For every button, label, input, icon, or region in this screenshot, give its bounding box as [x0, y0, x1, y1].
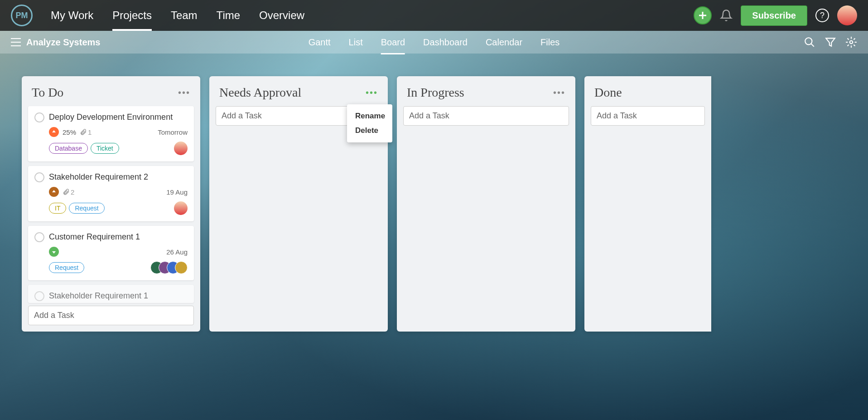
view-tabs: Gantt List Board Dashboard Calendar File…: [309, 32, 560, 53]
filter-icon: [825, 36, 836, 48]
paperclip-icon: [63, 188, 70, 195]
priority-indicator: [49, 127, 59, 137]
main-nav: My Work Projects Team Time Overview: [51, 1, 304, 30]
attachment-count: 2: [63, 188, 74, 196]
add-task-input[interactable]: Add a Task: [403, 106, 569, 126]
help-button[interactable]: ?: [815, 9, 829, 22]
project-subbar: Analyze Systems Gantt List Board Dashboa…: [0, 31, 868, 54]
complete-checkbox[interactable]: [34, 232, 44, 242]
tab-list[interactable]: List: [349, 32, 363, 53]
paperclip-icon: [80, 128, 87, 136]
tab-dashboard[interactable]: Dashboard: [423, 32, 468, 53]
nav-team[interactable]: Team: [171, 1, 198, 30]
nav-time[interactable]: Time: [217, 1, 240, 30]
nav-projects[interactable]: Projects: [112, 1, 152, 30]
task-title: Stakeholder Requirement 1: [49, 291, 148, 301]
complete-checkbox[interactable]: [34, 172, 44, 182]
add-button[interactable]: [694, 6, 712, 24]
tab-files[interactable]: Files: [540, 32, 559, 53]
tab-calendar[interactable]: Calendar: [486, 32, 522, 53]
column-menu-button[interactable]: •••: [178, 88, 190, 98]
tag[interactable]: Ticket: [91, 143, 119, 154]
plus-icon: [698, 11, 707, 20]
tag[interactable]: Request: [49, 262, 84, 273]
svg-point-1: [850, 41, 853, 44]
task-title: Customer Requirement 1: [49, 232, 140, 242]
task-card[interactable]: Customer Requirement 1 26 Aug Request: [28, 226, 194, 280]
nav-overview[interactable]: Overview: [259, 1, 304, 30]
column-menu-button[interactable]: •••: [553, 88, 565, 98]
arrow-down-icon: [51, 249, 57, 254]
menu-delete[interactable]: Delete: [347, 123, 392, 138]
task-card[interactable]: Deploy Development Environment 25% 1 Tom…: [28, 106, 194, 161]
filter-button[interactable]: [825, 36, 836, 48]
complete-checkbox[interactable]: [34, 112, 44, 122]
top-navbar: PM My Work Projects Team Time Overview S…: [0, 0, 868, 31]
column-title: To Do: [32, 85, 63, 100]
due-date: 19 Aug: [166, 188, 188, 196]
logo[interactable]: PM: [11, 5, 33, 26]
task-card[interactable]: Stakeholder Requirement 1: [28, 285, 194, 303]
kanban-board: To Do ••• Deploy Development Environment…: [0, 54, 868, 332]
column-title: Done: [594, 85, 622, 100]
priority-indicator: [49, 187, 59, 197]
tab-gantt[interactable]: Gantt: [309, 32, 331, 53]
column-in-progress: In Progress ••• Add a Task: [397, 76, 575, 332]
subscribe-button[interactable]: Subscribe: [741, 5, 807, 26]
attachment-count: 1: [80, 128, 92, 136]
progress-percent: 25%: [63, 128, 76, 136]
tag[interactable]: Request: [69, 203, 104, 214]
column-title: Needs Approval: [219, 85, 301, 100]
notifications-button[interactable]: [720, 9, 733, 22]
nav-my-work[interactable]: My Work: [51, 1, 93, 30]
search-icon: [804, 36, 815, 48]
assignee-avatar[interactable]: [174, 201, 188, 215]
project-title: Analyze Systems: [26, 37, 100, 48]
svg-point-0: [805, 38, 812, 44]
priority-indicator: [49, 247, 59, 257]
bell-icon: [720, 9, 733, 22]
due-date: Tomorrow: [158, 128, 188, 136]
menu-toggle[interactable]: [11, 38, 21, 46]
tab-board[interactable]: Board: [381, 32, 405, 53]
column-title: In Progress: [407, 85, 464, 100]
menu-rename[interactable]: Rename: [347, 109, 392, 123]
tag[interactable]: IT: [49, 203, 66, 214]
complete-checkbox[interactable]: [34, 291, 44, 301]
due-date: 26 Aug: [166, 248, 188, 256]
arrow-up-icon: [51, 129, 57, 135]
assignee-avatar[interactable]: [174, 142, 188, 155]
arrow-up-icon: [51, 189, 57, 195]
add-task-input[interactable]: Add a Task: [28, 306, 194, 325]
task-card[interactable]: Stakeholder Requirement 2 2 19 Aug IT Re…: [28, 166, 194, 221]
column-menu-button[interactable]: •••: [366, 88, 378, 98]
settings-button[interactable]: [845, 36, 857, 48]
task-title: Stakeholder Requirement 2: [49, 172, 148, 182]
user-avatar[interactable]: [837, 5, 857, 25]
tag[interactable]: Database: [49, 143, 88, 154]
task-title: Deploy Development Environment: [49, 112, 173, 122]
search-button[interactable]: [804, 36, 815, 48]
column-context-menu: Rename Delete: [347, 104, 392, 142]
gear-icon: [845, 36, 857, 48]
column-done: Done Add a Task: [584, 76, 711, 332]
hamburger-icon: [11, 38, 21, 46]
assignee-avatars[interactable]: [155, 261, 188, 274]
add-task-input[interactable]: Add a Task: [591, 106, 705, 126]
column-todo: To Do ••• Deploy Development Environment…: [22, 76, 200, 332]
